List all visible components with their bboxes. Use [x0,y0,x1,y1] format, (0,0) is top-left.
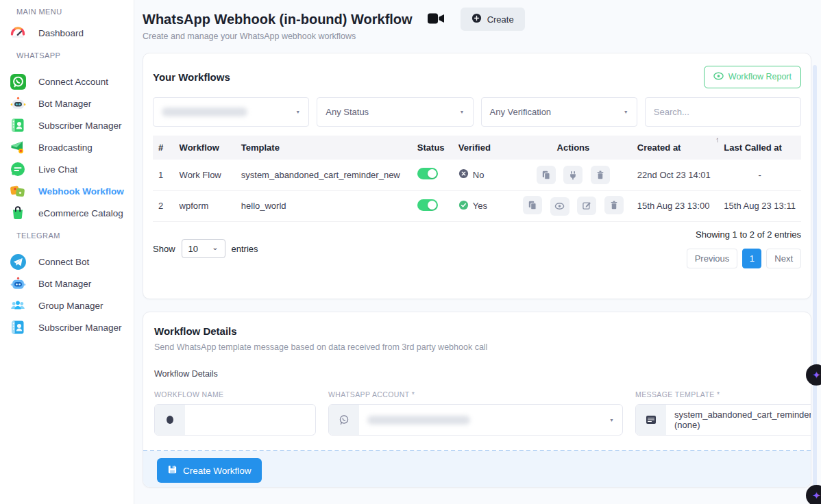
sparkle-icon: ✦ [812,369,821,381]
workflow-report-label: Workflow Report [728,72,792,81]
page-1-button[interactable]: 1 [742,249,761,268]
status-toggle[interactable] [417,199,438,211]
search-box [645,97,801,127]
create-button[interactable]: Create [461,8,525,31]
webhook-plug-button[interactable] [563,166,583,184]
delete-button[interactable] [604,196,624,214]
redacted-account-value [367,416,470,425]
account-filter-select[interactable]: ▼ [153,97,309,127]
copy-button[interactable] [537,166,556,184]
show-label: Show [153,244,175,254]
redacted-account-value [162,108,247,116]
create-button-label: Create [487,14,514,25]
ai-sparkle-button[interactable]: ✦ [806,485,821,504]
sparkle-icon: ✦ [812,490,821,502]
chevron-down-icon: ⌄ [212,243,218,252]
created-at: 22nd Oct 23 14:01 [632,160,719,190]
robot-icon [9,275,27,292]
copy-button[interactable] [523,196,542,214]
col-header-actions: Actions [515,136,632,160]
sidebar-item-wa-bot-manager[interactable]: Bot Manager [0,92,134,114]
last-called-at: - [718,160,801,190]
col-header-status: Status [412,136,453,160]
sidebar-item-label: Connect Account [38,77,108,87]
verification-filter-select[interactable]: Any Verification ▼ [481,97,637,127]
row-num: 1 [153,160,174,190]
verified-value: No [473,170,485,180]
shopping-bag-icon [9,204,27,222]
sidebar-item-live-chat[interactable]: Live Chat [0,158,134,180]
col-header-verified: Verified [453,136,515,160]
row-num: 2 [153,190,174,221]
page-header: WhatsApp Webhook (in-bound) Workflow Cre… [143,8,811,31]
status-filter-select[interactable]: Any Status ▼ [317,97,473,127]
sidebar-item-tg-subscriber-manager[interactable]: Subscriber Manager [0,316,134,338]
create-workflow-button[interactable]: Create Workflow [157,458,262,483]
message-template-value: system_abandoned_cart_reminder_new (none… [674,410,811,430]
next-page-button[interactable]: Next [766,249,801,268]
sidebar-item-label: Broadcasting [38,142,93,153]
sidebar: MAIN MENU Dashboard WHATSAPP Connect Acc… [0,0,134,504]
template-name: system_abandoned_cart_reminder_new [236,160,412,190]
scrollbar[interactable] [813,65,817,501]
details-card-title: Workflow Details [154,325,800,337]
robot-icon [9,94,27,112]
search-input[interactable] [654,107,792,117]
sidebar-item-label: Bot Manager [38,279,91,289]
group-people-icon [9,297,27,314]
sidebar-item-label: Dashboard [38,28,84,38]
verified-value: Yes [473,201,487,211]
message-template-label: MESSAGE TEMPLATE * [635,390,811,399]
message-template-select[interactable]: system_abandoned_cart_reminder_new (none… [635,404,811,436]
details-section-label: Workflow Details [154,369,800,379]
details-card-subtitle: Send WhatsApp template message based on … [154,342,800,352]
megaphone-icon [9,138,27,156]
sidebar-item-label: Live Chat [38,164,77,175]
workflow-name-label: WORKFLOW NAME [154,390,316,399]
workflow-icon [9,182,27,200]
sidebar-item-wa-subscriber-manager[interactable]: Subscriber Manager [0,114,134,136]
sidebar-item-label: eCommerce Catalog [38,208,123,218]
page-size-select[interactable]: 10 ⌄ [182,239,225,258]
col-header-created-at[interactable]: Created at⇅ [632,136,719,160]
workflow-report-button[interactable]: Workflow Report [704,66,801,88]
sidebar-item-webhook-workflow[interactable]: Webhook Workflow [0,180,134,202]
sidebar-item-broadcasting[interactable]: Broadcasting [0,136,134,158]
plus-circle-icon [471,13,482,25]
dashboard-gauge-icon [9,24,27,42]
sidebar-item-dashboard[interactable]: Dashboard [0,22,134,44]
delete-button[interactable] [591,166,610,184]
whatsapp-outline-icon [329,405,359,435]
workflow-name: Work Flow [174,160,236,190]
status-filter-value: Any Status [326,107,369,117]
status-toggle[interactable] [417,168,438,179]
template-card-icon [636,405,666,435]
view-button[interactable] [550,197,569,216]
workflows-table: # Workflow Template Status Verified Acti… [153,136,801,222]
sidebar-section-telegram: TELEGRAM [0,224,134,246]
sidebar-item-connect-bot[interactable]: Connect Bot [0,251,134,273]
sidebar-item-label: Connect Bot [38,257,89,267]
page-subtitle: Create and manage your WhatsApp webhook … [143,32,356,41]
telegram-icon [9,253,27,270]
sidebar-item-connect-account[interactable]: Connect Account [0,71,134,92]
sidebar-section-whatsapp: WHATSAPP [0,44,134,66]
previous-page-button[interactable]: Previous [687,249,738,268]
page-title: WhatsApp Webhook (in-bound) Workflow [143,12,413,27]
check-circle-icon [458,200,469,212]
sidebar-item-tg-bot-manager[interactable]: Bot Manager [0,273,134,294]
sidebar-item-label: Subscriber Manager [38,323,122,333]
pagination: Previous 1 Next [687,249,801,268]
workflow-name-input[interactable] [193,415,307,425]
chevron-down-icon: ▼ [624,110,628,114]
sidebar-item-ecommerce-catalog[interactable]: eCommerce Catalog [0,202,134,224]
sidebar-item-group-manager[interactable]: Group Manager [0,294,134,316]
chat-bubble-icon [9,160,27,178]
edit-button[interactable] [577,197,596,215]
workflow-details-card: Workflow Details Send WhatsApp template … [143,312,811,488]
details-card-footer: Create Workflow [143,451,811,487]
chevron-down-icon: ▼ [295,110,300,114]
video-tutorial-icon[interactable] [428,12,445,27]
dot-icon [155,405,185,435]
whatsapp-account-select[interactable]: ▼ [328,404,623,436]
